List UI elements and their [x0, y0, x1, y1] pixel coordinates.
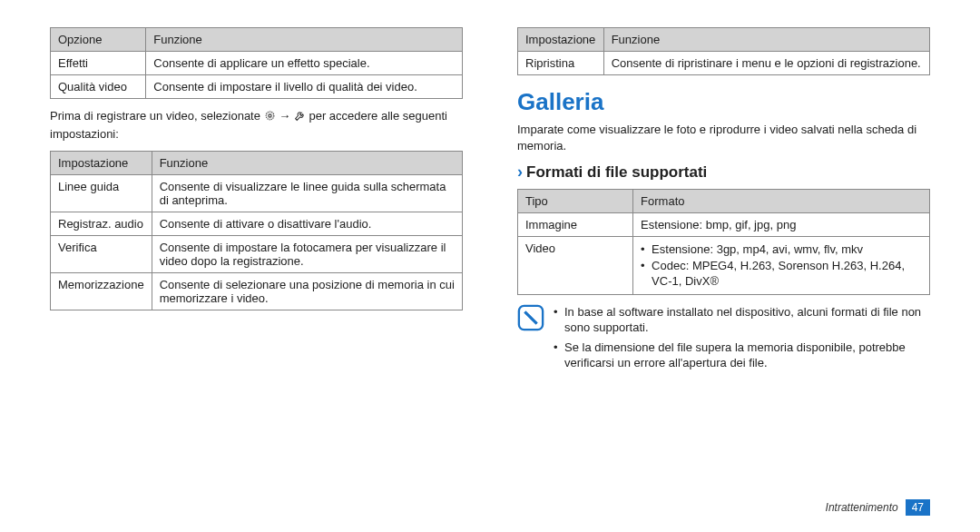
chevron-right-icon: ›: [517, 163, 523, 182]
table-row: Memorizzazione Consente di selezionare u…: [51, 273, 463, 310]
table-cell: Consente di applicare un effetto special…: [146, 52, 463, 75]
subheading-formati: › Formati di file supportati: [517, 163, 930, 182]
table-row: Video Estensione: 3gp, mp4, avi, wmv, fl…: [518, 237, 930, 295]
table-cell: Consente di impostare il livello di qual…: [146, 75, 463, 99]
table-cell: Ripristina: [518, 52, 604, 75]
table-row: Ripristina Consente di ripristinare i me…: [518, 52, 930, 75]
list-item: Codec: MPEG4, H.263, Sorenson H.263, H.2…: [641, 258, 922, 290]
table-header: Impostazione: [518, 28, 604, 52]
table-row: Linee guida Consente di visualizzare le …: [51, 175, 463, 212]
note-item: In base al software installato nel dispo…: [554, 304, 930, 336]
table-cell: Immagine: [518, 213, 633, 237]
table-header: Formato: [633, 190, 930, 213]
table-cell: Effetti: [51, 52, 146, 75]
table-cell: Consente di selezionare una posizione di…: [152, 273, 462, 310]
table-cell: Linee guida: [51, 175, 152, 212]
formats-table: Tipo Formato Immagine Estensione: bmp, g…: [517, 189, 930, 295]
right-column: Impostazione Funzione Ripristina Consent…: [517, 27, 930, 375]
options-table-1: Opzione Funzione Effetti Consente di app…: [50, 27, 463, 99]
table-cell: Estensione: bmp, gif, jpg, png: [633, 213, 930, 237]
table-row: Effetti Consente di applicare un effetto…: [51, 52, 463, 75]
galleria-intro: Imparate come visualizzare le foto e rip…: [517, 122, 930, 153]
table-row: Verifica Consente di impostare la fotoca…: [51, 236, 463, 273]
table-header: Funzione: [152, 152, 462, 175]
table-cell: Video: [518, 237, 633, 295]
table-header: Impostazione: [51, 152, 152, 175]
table-header: Funzione: [603, 28, 929, 52]
arrow-text: →: [279, 109, 294, 123]
para-text-before: Prima di registrare un video, selezionat…: [50, 109, 264, 123]
table-cell: Verifica: [51, 236, 152, 273]
page-number: 47: [906, 499, 930, 516]
table-cell: Consente di attivare o disattivare l'aud…: [152, 212, 462, 236]
svg-point-0: [268, 114, 270, 117]
page-footer: Intrattenimento 47: [826, 499, 930, 516]
table-cell: Consente di ripristinare i menu e le opz…: [603, 52, 929, 75]
table-cell: Qualità video: [51, 75, 146, 99]
note-item: Se la dimensione del file supera la memo…: [554, 340, 930, 371]
subheading-text: Formati di file supportati: [526, 163, 707, 182]
note-body: In base al software installato nel dispo…: [554, 304, 930, 375]
table-cell: Registraz. audio: [51, 212, 152, 236]
footer-section-name: Intrattenimento: [826, 501, 898, 514]
table-header: Funzione: [146, 28, 463, 52]
note-icon: [517, 304, 544, 331]
settings-intro-paragraph: Prima di registrare un video, selezionat…: [50, 108, 463, 142]
list-item: Estensione: 3gp, mp4, avi, wmv, flv, mkv: [641, 241, 922, 258]
wrench-icon: [294, 110, 306, 126]
table-row: Qualità video Consente di impostare il l…: [51, 75, 463, 99]
left-column: Opzione Funzione Effetti Consente di app…: [50, 27, 463, 375]
note-callout: In base al software installato nel dispo…: [517, 304, 930, 375]
table-cell: Consente di visualizzare le linee guida …: [152, 175, 462, 212]
table-row: Immagine Estensione: bmp, gif, jpg, png: [518, 213, 930, 237]
table-cell: Memorizzazione: [51, 273, 152, 310]
gear-icon: [264, 110, 276, 126]
table-header: Tipo: [518, 190, 633, 213]
section-title-galleria: Galleria: [517, 88, 930, 116]
page-columns: Opzione Funzione Effetti Consente di app…: [50, 27, 930, 375]
table-header: Opzione: [51, 28, 146, 52]
settings-table-3: Impostazione Funzione Ripristina Consent…: [517, 27, 930, 75]
table-row: Registraz. audio Consente di attivare o …: [51, 212, 463, 236]
table-cell-video-formats: Estensione: 3gp, mp4, avi, wmv, flv, mkv…: [633, 237, 930, 295]
table-cell: Consente di impostare la fotocamera per …: [152, 236, 462, 273]
settings-table-2: Impostazione Funzione Linee guida Consen…: [50, 151, 463, 310]
